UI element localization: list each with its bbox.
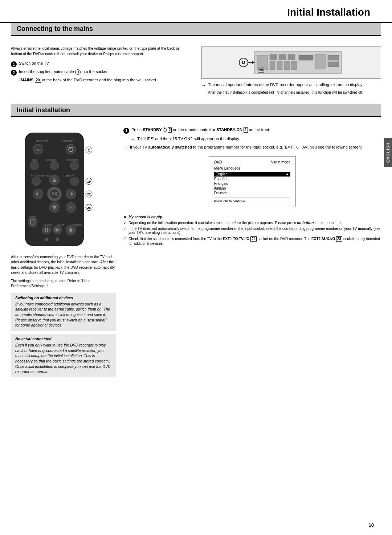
remote-area: REC/OTR STANDBY REC bbox=[11, 127, 116, 255]
language-tab: ENGLISH bbox=[384, 138, 392, 167]
svg-text:+: + bbox=[69, 204, 72, 210]
check-sym-3: ✓ bbox=[123, 236, 126, 240]
screen-item-espanol: Español bbox=[214, 177, 290, 181]
step-1-text: Switch on the TV. bbox=[19, 61, 50, 65]
autoswitched-bold: automatically switched bbox=[148, 145, 192, 149]
svg-text:PLAY: PLAY bbox=[58, 223, 65, 226]
screen-mockup: DVD Virgin mode Menu Language English◄ E… bbox=[209, 156, 296, 207]
autoswitched-arrow: → If your TV automatically switched to t… bbox=[123, 145, 381, 150]
arrow-sym-display: → bbox=[131, 137, 135, 142]
note-switching-text: If you have connected additional devices… bbox=[15, 301, 112, 328]
check-item-1: ✓ Depending on the initialisation proced… bbox=[123, 221, 381, 225]
connecting-section-header: Connecting to the mains bbox=[11, 23, 381, 35]
autoswitched-text: If your TV automatically switched to the… bbox=[130, 145, 362, 149]
svg-point-39 bbox=[32, 177, 41, 186]
check-item-3: ✓ Check that the scart cable is connecte… bbox=[123, 236, 381, 246]
check-sym-2: ✓ bbox=[123, 227, 126, 231]
check-item-2: ✓ If the TV does not automatically switc… bbox=[123, 227, 381, 235]
x-icon: ✕ bbox=[123, 215, 126, 219]
step-1: 1 Switch on the TV. bbox=[11, 61, 191, 67]
no-button-text: no button bbox=[297, 221, 314, 225]
note-aerial: No aerial connected Even if you only wan… bbox=[11, 334, 116, 377]
svg-text:TV/HDD: TV/HDD bbox=[45, 159, 55, 161]
note-aerial-title: No aerial connected bbox=[15, 337, 112, 341]
svg-rect-12 bbox=[299, 55, 313, 60]
arrow-sym-1: → bbox=[201, 83, 206, 88]
screen-item-deutsch: Deutsch bbox=[214, 191, 290, 195]
dvd-label: DVD bbox=[214, 160, 222, 164]
device-image: D bbox=[201, 46, 381, 79]
install-step-1-num: 1 bbox=[123, 128, 129, 134]
install-body-text2: The settings can be changed later. Refer… bbox=[11, 279, 116, 289]
page-title-bar: Initial Installation bbox=[0, 0, 392, 23]
initial-section: Initial installation REC/OTR STANDBY bbox=[0, 104, 392, 386]
svg-text:PAUSE: PAUSE bbox=[44, 223, 52, 226]
svg-text:22: 22 bbox=[87, 192, 91, 196]
svg-rect-8 bbox=[270, 61, 275, 70]
svg-point-74 bbox=[45, 238, 48, 241]
screen-top-row: DVD Virgin mode bbox=[214, 160, 290, 164]
svg-point-66 bbox=[42, 226, 51, 234]
svg-rect-5 bbox=[270, 54, 277, 60]
svg-rect-67 bbox=[45, 228, 46, 232]
svg-point-33 bbox=[30, 161, 39, 170]
svg-text:OK: OK bbox=[52, 192, 58, 196]
mains-label: MAINS bbox=[21, 78, 35, 82]
display-arrow: → 'PHILIPS' and then '15 TV ON?' will ap… bbox=[131, 137, 381, 142]
svg-point-34 bbox=[50, 161, 59, 170]
svg-rect-13 bbox=[315, 54, 326, 69]
remote-svg: REC/OTR STANDBY REC bbox=[15, 131, 113, 251]
svg-text:HDD: HDD bbox=[45, 174, 51, 177]
svg-point-75 bbox=[56, 238, 59, 241]
connecting-left-col: Always ensure the local mains voltage ma… bbox=[11, 46, 191, 96]
svg-rect-10 bbox=[284, 61, 290, 70]
my-screen-empty-section: ✕ My screen is empty. ✓ Depending on the… bbox=[123, 215, 381, 246]
note-aerial-text: Even if you only want to use the DVD rec… bbox=[15, 343, 112, 374]
install-right-col: 1 Press STANDBY 2 on the remote control … bbox=[123, 127, 381, 381]
svg-text:D: D bbox=[242, 60, 245, 65]
svg-text:CAM: CAM bbox=[32, 159, 38, 161]
step-2-text: Insert the supplied mains cable D into t… bbox=[19, 69, 107, 75]
arrow-text-2: After the first installation is complete… bbox=[208, 90, 381, 96]
svg-text:BROWSER: BROWSER bbox=[31, 174, 44, 177]
my-screen-title: My screen is empty. bbox=[128, 215, 163, 219]
svg-text:25: 25 bbox=[87, 206, 91, 210]
device-svg: D bbox=[233, 48, 350, 77]
screen-ok-text: Press OK to continue bbox=[214, 198, 290, 203]
connecting-content: Always ensure the local mains voltage ma… bbox=[0, 41, 392, 101]
ext2-label: EXT2 AUX-I/O bbox=[311, 237, 335, 241]
svg-rect-4 bbox=[257, 55, 268, 70]
svg-rect-11 bbox=[291, 61, 297, 70]
page-number: 18 bbox=[369, 522, 374, 528]
my-screen-header: ✕ My screen is empty. bbox=[123, 215, 381, 219]
step1-box2: 1 bbox=[244, 127, 248, 133]
svg-text:REC: REC bbox=[36, 149, 41, 151]
install-body-text1: After successfully connecting your DVD r… bbox=[11, 255, 116, 276]
svg-rect-15 bbox=[328, 62, 339, 67]
check-1-text: Depending on the initialisation procedur… bbox=[128, 221, 342, 225]
screen-item-francais: Français bbox=[214, 181, 290, 186]
connecting-intro: Always ensure the local mains voltage ma… bbox=[11, 46, 191, 57]
install-step-1-text: Press STANDBY 2 on the remote control or… bbox=[131, 127, 270, 133]
ext2-box: 23 bbox=[336, 236, 342, 242]
step-2b: ⌇MAINS 20 at the back of the DVD recorde… bbox=[19, 78, 191, 83]
svg-point-35 bbox=[70, 161, 79, 170]
screen-menu-label: Menu Language bbox=[214, 166, 290, 170]
standby-label: STANDBY bbox=[143, 127, 162, 132]
svg-text:19: 19 bbox=[87, 180, 91, 183]
page-title: Initial Installation bbox=[15, 7, 370, 18]
display-text: 'PHILIPS' and then '15 TV ON?' will appe… bbox=[137, 137, 240, 141]
step-2: 2 Insert the supplied mains cable D into… bbox=[11, 69, 191, 76]
step-2-num: 2 bbox=[11, 70, 17, 76]
svg-rect-6 bbox=[279, 54, 286, 60]
svg-rect-9 bbox=[277, 61, 282, 70]
initial-section-header: Initial installation bbox=[11, 104, 381, 116]
svg-text:20: 20 bbox=[259, 68, 262, 72]
connecting-right-col: D bbox=[201, 46, 381, 96]
arrow-sym-autoswitched: → bbox=[123, 145, 128, 150]
ext1-label: EXT1 TO TV-I/O bbox=[223, 237, 249, 241]
install-left-col: REC/OTR STANDBY REC bbox=[11, 127, 116, 381]
check-sym-1: ✓ bbox=[123, 221, 126, 225]
initial-content: REC/OTR STANDBY REC bbox=[0, 122, 392, 386]
note-switching: Switching on additional devices If you h… bbox=[11, 293, 116, 331]
